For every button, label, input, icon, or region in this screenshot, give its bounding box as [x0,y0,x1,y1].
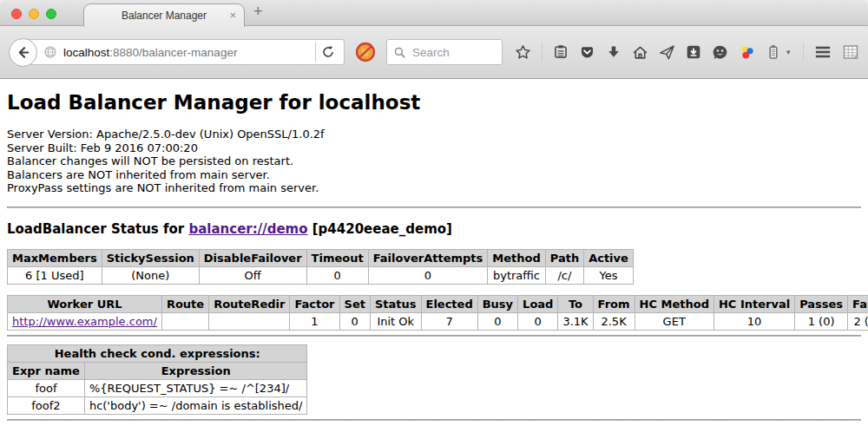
search-bar[interactable] [386,39,503,65]
heading-prefix: LoadBalancer Status for [7,221,188,237]
worker-th: HC Interval [713,295,794,312]
server-info-line: Server Built: Feb 9 2016 07:00:20 [7,141,861,155]
worker-url-cell: http://www.example.com/ [8,312,162,330]
balancer-th: FailoverAttempts [368,249,488,266]
hc-row: foof2 hc('body') =~ /domain is establish… [8,397,307,414]
tab-balancer-manager[interactable]: Balancer Manager × [83,3,245,27]
balancer-table-header-row: MaxMembers StickySession DisableFailover… [8,249,634,266]
hamburger-icon [814,43,832,61]
worker-td: 3.1K [558,312,593,330]
worker-td: 10 [713,312,794,330]
hc-table-title: Health check cond. expressions: [8,344,307,362]
menu-group [803,43,859,62]
bottom-divider [7,419,861,421]
url-text[interactable]: localhost:8880/balancer-manager [63,46,315,59]
worker-th: Load [518,295,558,312]
globe-icon [43,45,57,59]
balancer-th: DisableFailover [199,249,306,266]
url-bar[interactable]: localhost:8880/balancer-manager [22,39,345,65]
worker-table: Worker URL Route RouteRedir Factor Set S… [7,295,868,331]
balancer-td: /c/ [545,266,583,284]
balancer-td: Yes [584,266,634,284]
worker-th: RouteRedir [209,295,290,312]
search-input[interactable] [411,45,489,60]
server-info-line: Balancers are NOT inherited from main se… [7,168,861,182]
chevron-down-icon[interactable]: ▾ [786,48,791,56]
back-arrow-icon [16,45,30,60]
worker-th: From [593,295,635,312]
balancer-th: Active [584,249,634,266]
worker-table-row: http://www.example.com/ 1 0 Init Ok 7 0 … [8,312,868,330]
worker-td: 7 [421,312,477,330]
colors-addon-button[interactable] [739,44,755,61]
worker-th: Busy [477,295,517,312]
heading-suffix: [p4420eeae_demo] [308,221,452,237]
worker-td [209,312,290,330]
send-page-button[interactable] [659,44,675,61]
battery-addon-button[interactable] [766,44,781,60]
worker-th: Elected [421,295,477,312]
hc-expr-name: foof [8,379,85,397]
worker-td: 0 [477,312,517,330]
hc-expr-name: foof2 [8,397,85,414]
worker-th: Fails [848,295,868,312]
tab-close-icon[interactable]: × [229,8,236,23]
bookmarks-menu-button[interactable] [553,44,569,60]
color-dots-icon [739,44,755,61]
menu-button[interactable] [814,43,832,61]
worker-td: 2 (0) [848,312,868,330]
loadbalancer-status-heading: LoadBalancer Status for balancer://demo … [7,221,861,237]
worker-td: 1 [290,312,339,330]
balancer-th: MaxMembers [8,249,102,266]
server-info-line: ProxyPass settings are NOT inherited fro… [7,181,861,195]
worker-th: To [558,295,593,312]
worker-td: GET [635,312,713,330]
toolbar-divider-2 [803,43,804,62]
clipboard-icon [553,44,569,60]
worker-td: 0 [518,312,558,330]
balancer-td: (None) [102,266,199,284]
worker-th: Factor [290,295,339,312]
reload-button[interactable] [316,40,340,64]
back-button[interactable] [9,38,37,67]
emoji-addon-button[interactable] [712,44,728,61]
window-close-button[interactable] [11,9,22,19]
bookmark-star-button[interactable] [515,44,531,61]
window-zoom-button[interactable] [46,9,56,19]
page-grid-button[interactable] [842,43,859,61]
worker-th: Status [370,295,421,312]
balancer-table: MaxMembers StickySession DisableFailover… [7,249,634,285]
section-divider [7,206,861,208]
toolbar-divider [542,43,542,62]
hc-th: Expr name [8,362,85,379]
downloads-button[interactable] [606,44,621,60]
server-info-line: Balancer changes will NOT be persisted o… [7,154,861,168]
home-button[interactable] [632,44,648,61]
navigation-toolbar: localhost:8880/balancer-manager [0,26,868,79]
hc-header-row: Expr name Expression [8,362,307,379]
worker-table-header-row: Worker URL Route RouteRedir Factor Set S… [8,295,868,312]
worker-td: Init Ok [370,312,421,330]
toolbar-buttons: ▾ [515,43,859,62]
balancer-td: 0 [368,266,488,284]
worker-td [161,312,208,330]
health-check-table: Health check cond. expressions: Expr nam… [7,344,307,415]
addon-download-button[interactable] [686,44,701,60]
content-blocked-icon[interactable] [355,42,376,62]
balancer-th: Timeout [306,249,368,266]
window-minimize-button[interactable] [29,9,39,19]
worker-url-link[interactable]: http://www.example.com/ [12,315,157,328]
pocket-button[interactable] [579,44,595,61]
addon-download-icon [686,44,701,60]
balancer-td: bytraffic [488,266,545,284]
balancer-link[interactable]: balancer://demo [188,221,307,237]
tab-title: Balancer Manager [122,10,207,22]
hc-expression: %{REQUEST_STATUS} =~ /^[234]/ [84,379,307,397]
home-icon [632,44,648,61]
browser-window: Balancer Manager × + localhost:8880/bala… [0,0,868,426]
balancer-table-row: 6 [1 Used] (None) Off 0 0 bytraffic /c/ … [8,266,634,284]
pocket-icon [579,44,595,61]
new-tab-button[interactable]: + [253,3,263,21]
balancer-td: Off [199,266,306,284]
worker-td: 2.5K [593,312,635,330]
